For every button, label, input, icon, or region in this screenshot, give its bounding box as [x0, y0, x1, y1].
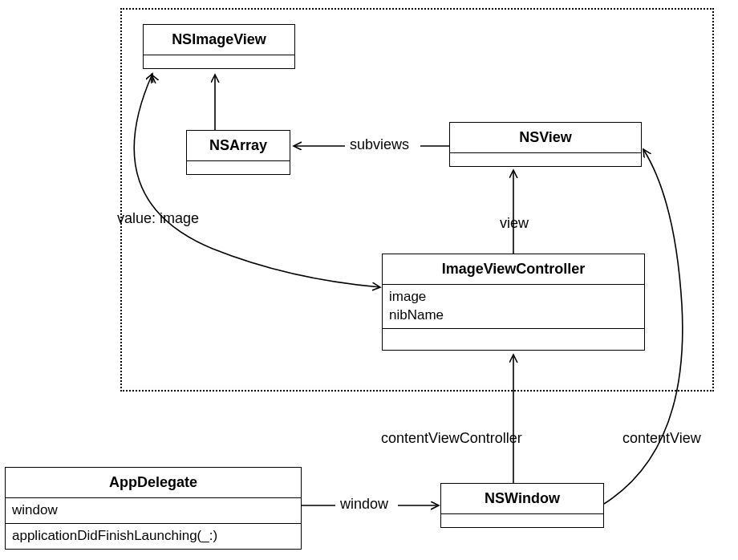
label-contentview: contentView	[622, 430, 701, 447]
label-value-image: value: image	[117, 210, 199, 227]
class-nsarray: NSArray	[186, 130, 290, 175]
class-nswindow: NSWindow	[440, 483, 604, 528]
class-title: NSArray	[187, 131, 290, 161]
class-attr: nibName	[389, 306, 638, 325]
class-body	[450, 153, 641, 166]
class-attr: image	[389, 288, 638, 306]
class-ops: applicationDidFinishLaunching(_:)	[6, 524, 301, 549]
class-nsview: NSView	[449, 122, 642, 167]
class-title: NSWindow	[441, 484, 603, 514]
label-contentviewcontroller: contentViewController	[381, 430, 522, 447]
class-title: NSView	[450, 123, 641, 153]
label-subviews: subviews	[350, 136, 409, 153]
class-nsimageview: NSImageView	[143, 24, 295, 69]
class-body	[144, 55, 294, 68]
class-ops	[383, 329, 644, 350]
class-imageviewcontroller: ImageViewController image nibName	[382, 254, 645, 351]
class-appdelegate: AppDelegate window applicationDidFinishL…	[5, 467, 302, 550]
class-title: NSImageView	[144, 25, 294, 55]
class-op: applicationDidFinishLaunching(_:)	[12, 527, 294, 546]
class-attrs: image nibName	[383, 285, 644, 329]
class-body	[187, 161, 290, 174]
class-attr: window	[12, 501, 294, 520]
class-attrs: window	[6, 498, 301, 524]
label-view: view	[500, 215, 529, 232]
class-title: ImageViewController	[383, 254, 644, 285]
class-body	[441, 514, 603, 527]
label-window: window	[340, 496, 388, 513]
class-title: AppDelegate	[6, 468, 301, 498]
